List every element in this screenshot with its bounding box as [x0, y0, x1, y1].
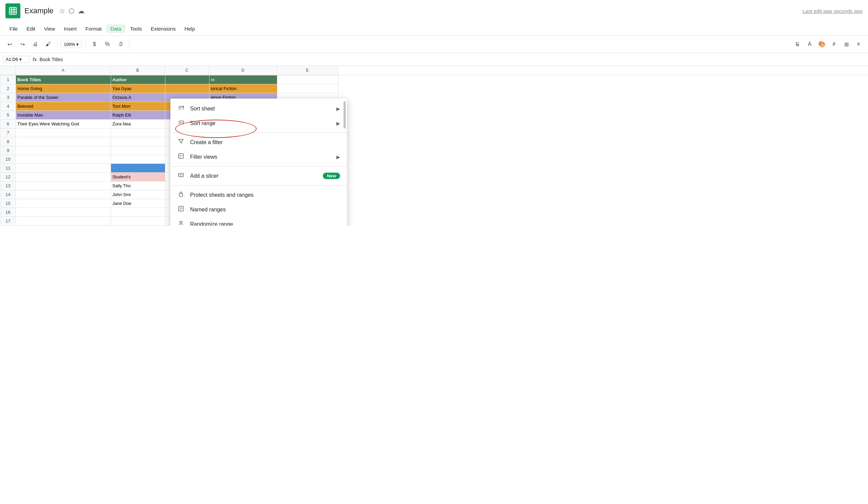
cell-b5[interactable]: Ralph Elli [111, 111, 165, 120]
cell-b9[interactable] [111, 146, 165, 155]
dropdown-add-slicer[interactable]: Add a slicer New [170, 169, 347, 183]
cell-a10[interactable] [16, 155, 111, 164]
col-header-a[interactable]: A [16, 66, 111, 75]
col-header-e[interactable]: E [277, 66, 338, 75]
fill-color-button[interactable]: 🎨 [816, 39, 827, 50]
toolbar: ↩ ↪ 🖨 🖌 100% ▾ $ % .0 S̶ A 🎨 # ⊞ ≡ [0, 36, 868, 53]
cell-b8[interactable] [111, 137, 165, 146]
dropdown-named-ranges[interactable]: Named ranges [170, 202, 347, 217]
cell-a11[interactable] [16, 164, 111, 173]
print-button[interactable]: 🖨 [30, 39, 41, 50]
dropdown-randomize-range[interactable]: Randomize range [170, 217, 347, 226]
cell-a2[interactable]: Home Going [16, 84, 111, 93]
cell-a14[interactable] [16, 190, 111, 199]
toolbar-divider-2 [85, 40, 85, 48]
cloud-icon[interactable]: ☁ [78, 7, 84, 15]
strikethrough-button[interactable]: S̶ [792, 39, 803, 50]
cell-a17[interactable] [16, 217, 111, 226]
star-icon[interactable]: ☆ [59, 7, 65, 15]
col-header-c[interactable]: C [165, 66, 209, 75]
folder-icon[interactable]: ⬡ [69, 7, 74, 15]
col-header-d[interactable]: D [209, 66, 277, 75]
title-icons: ☆ ⬡ ☁ [59, 7, 84, 15]
paint-format-button[interactable]: 🖌 [43, 39, 54, 50]
cell-ref-dropdown[interactable]: ▾ [19, 57, 22, 62]
row-num-13: 13 [0, 181, 16, 190]
menu-format[interactable]: Format [82, 24, 106, 33]
cell-b16[interactable] [111, 208, 165, 217]
redo-button[interactable]: ↪ [17, 39, 28, 50]
dropdown-create-filter[interactable]: Create a filter [170, 135, 347, 150]
cell-a8[interactable] [16, 137, 111, 146]
dropdown-sort-range[interactable]: Sort range ▶ [170, 116, 347, 131]
borders-button[interactable]: # [829, 39, 839, 50]
cell-e2[interactable] [277, 84, 339, 93]
cell-d1[interactable]: re [209, 75, 277, 84]
cell-b4[interactable]: Toni Morr [111, 102, 165, 111]
cell-a9[interactable] [16, 146, 111, 155]
dropdown-protect-sheets[interactable]: Protect sheets and ranges [170, 188, 347, 202]
cell-a16[interactable] [16, 208, 111, 217]
col-header-b[interactable]: B [111, 66, 165, 75]
menu-tools[interactable]: Tools [126, 24, 146, 33]
row-num-2: 2 [0, 84, 16, 93]
menu-data[interactable]: Data [106, 24, 125, 33]
randomize-range-label: Randomize range [190, 221, 233, 226]
align-button[interactable]: ≡ [853, 39, 864, 50]
dropdown-filter-views[interactable]: Filter views ▶ [170, 150, 347, 164]
cell-a15[interactable] [16, 199, 111, 208]
cell-a13[interactable] [16, 181, 111, 190]
menu-view[interactable]: View [40, 24, 59, 33]
cell-c1[interactable] [165, 75, 209, 84]
decimal-button[interactable]: .0 [115, 39, 126, 50]
cell-a12[interactable] [16, 173, 111, 181]
cell-b15[interactable]: Jane Doe [111, 199, 165, 208]
cell-c2[interactable] [165, 84, 209, 93]
cell-a7[interactable] [16, 129, 111, 137]
cell-b2[interactable]: Yaa Gyas [111, 84, 165, 93]
cell-b10[interactable] [111, 155, 165, 164]
row-num-11: 11 [0, 164, 16, 173]
sort-sheet-icon [177, 105, 185, 112]
menu-insert[interactable]: Insert [60, 24, 81, 33]
menu-bar: File Edit View Insert Format Data Tools … [0, 22, 868, 36]
percent-button[interactable]: % [102, 39, 113, 50]
cell-d2[interactable]: iorical Fiction [209, 84, 277, 93]
sort-range-label: Sort range [190, 120, 216, 127]
undo-button[interactable]: ↩ [4, 39, 15, 50]
cell-a6[interactable]: Their Eyes Were Watching God [16, 120, 111, 129]
cell-b6[interactable]: Zora Nea [111, 120, 165, 129]
merge-button[interactable]: ⊞ [841, 39, 852, 50]
cell-reference-box[interactable]: A1:D6 ▾ [3, 56, 30, 63]
menu-edit[interactable]: Edit [22, 24, 39, 33]
currency-button[interactable]: $ [89, 39, 100, 50]
row-num-3: 3 [0, 93, 16, 102]
row-num-16: 16 [0, 208, 16, 217]
dropdown-sort-sheet[interactable]: Sort sheet ▶ [170, 101, 347, 116]
cell-b7[interactable] [111, 129, 165, 137]
cell-b11[interactable] [111, 164, 165, 173]
cell-b12[interactable]: Student's [111, 173, 165, 181]
cell-b1[interactable]: Author [111, 75, 165, 84]
cell-a3[interactable]: Parable of the Sower [16, 93, 111, 102]
cell-a5[interactable]: Invisible Man [16, 111, 111, 120]
text-color-button[interactable]: A [804, 39, 815, 50]
cell-b3[interactable]: Octavia A [111, 93, 165, 102]
cell-a4[interactable]: Beloved [16, 102, 111, 111]
filter-views-label: Filter views [190, 154, 217, 160]
last-edit-status[interactable]: Last edit was seconds ago [803, 8, 862, 14]
cell-a1[interactable]: Book Titles [16, 75, 111, 84]
sort-sheet-label: Sort sheet [190, 106, 215, 112]
menu-help[interactable]: Help [180, 24, 199, 33]
cell-b17[interactable] [111, 217, 165, 226]
formula-content: Book Titles [39, 57, 865, 62]
dropdown-scrollbar[interactable] [343, 101, 345, 129]
menu-extensions[interactable]: Extensions [147, 24, 179, 33]
sort-range-icon [177, 119, 185, 127]
cell-b14[interactable]: John Smi [111, 190, 165, 199]
table-row: 2 Home Going Yaa Gyas iorical Fiction [0, 84, 339, 93]
cell-b13[interactable]: Sally Tho [111, 181, 165, 190]
zoom-select[interactable]: 100% ▾ [61, 41, 82, 48]
cell-e1[interactable] [277, 75, 339, 84]
menu-file[interactable]: File [6, 24, 22, 33]
